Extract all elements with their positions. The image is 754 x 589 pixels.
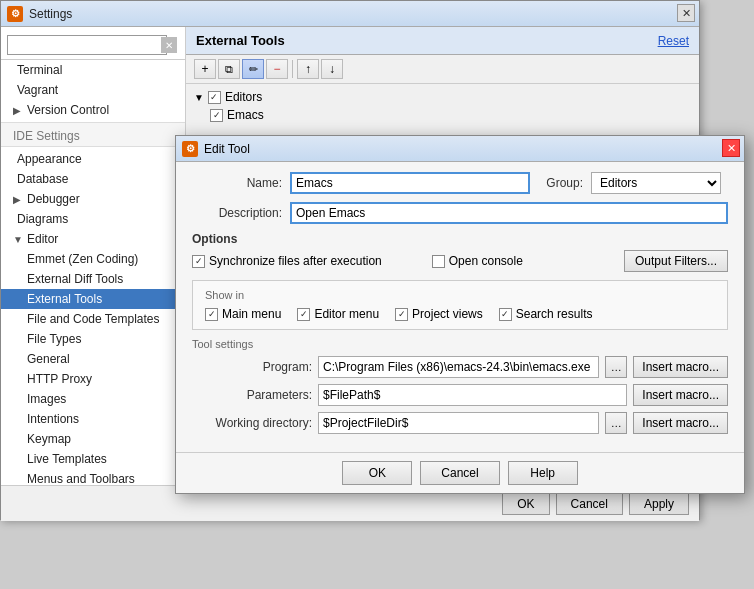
search-clear-button[interactable]: ✕ (161, 37, 177, 53)
sidebar-item-label: File Types (27, 332, 81, 346)
remove-button[interactable]: − (266, 59, 288, 79)
panel-header: External Tools Reset (186, 27, 699, 55)
sidebar-item-label: Intentions (27, 412, 79, 426)
dialog-body: Name: Group: Editors Description: Option… (176, 162, 744, 452)
sidebar-item-label: Debugger (27, 192, 80, 206)
sidebar-item-label: File and Code Templates (27, 312, 160, 326)
sidebar-item-appearance[interactable]: Appearance (1, 149, 185, 169)
editor-menu-label: Editor menu (314, 307, 379, 321)
program-row: Program: … Insert macro... (192, 356, 728, 378)
description-input[interactable] (290, 202, 728, 224)
sidebar-item-external-tools[interactable]: External Tools (1, 289, 185, 309)
main-menu-checkbox-label[interactable]: Main menu (205, 307, 281, 321)
settings-apply-button[interactable]: Apply (629, 493, 689, 515)
output-filters-button[interactable]: Output Filters... (624, 250, 728, 272)
dialog-help-button[interactable]: Help (508, 461, 578, 485)
sidebar-item-http-proxy[interactable]: HTTP Proxy (1, 369, 185, 389)
sidebar-item-label: Diagrams (17, 212, 68, 226)
add-button[interactable]: + (194, 59, 216, 79)
sidebar-item-database[interactable]: Database (1, 169, 185, 189)
edit-button[interactable]: ✏ (242, 59, 264, 79)
tool-settings-title: Tool settings (192, 338, 728, 350)
sync-files-checkbox-label[interactable]: Synchronize files after execution (192, 254, 382, 268)
emacs-checkbox[interactable] (210, 109, 223, 122)
group-select[interactable]: Editors (591, 172, 721, 194)
search-results-checkbox-label[interactable]: Search results (499, 307, 593, 321)
copy-button[interactable]: ⧉ (218, 59, 240, 79)
settings-ok-button[interactable]: OK (502, 493, 549, 515)
parameters-insert-macro-button[interactable]: Insert macro... (633, 384, 728, 406)
sync-files-checkbox[interactable] (192, 255, 205, 268)
working-dir-row: Working directory: … Insert macro... (192, 412, 728, 434)
dialog-cancel-button[interactable]: Cancel (420, 461, 499, 485)
editors-checkbox[interactable] (208, 91, 221, 104)
dialog-icon: ⚙ (182, 141, 198, 157)
sidebar-item-label: Emmet (Zen Coding) (27, 252, 138, 266)
tree-label-editors: Editors (225, 90, 262, 104)
group-label: Group: (538, 176, 583, 190)
settings-close-button[interactable]: ✕ (677, 4, 695, 22)
sidebar-item-keymap[interactable]: Keymap (1, 429, 185, 449)
sidebar-item-label: Database (17, 172, 68, 186)
sidebar-item-general[interactable]: General (1, 349, 185, 369)
search-bar: ✕ (1, 31, 185, 60)
sidebar-item-external-diff-tools[interactable]: External Diff Tools (1, 269, 185, 289)
move-down-button[interactable]: ↓ (321, 59, 343, 79)
main-menu-checkbox[interactable] (205, 308, 218, 321)
sidebar-item-debugger[interactable]: ▶ Debugger (1, 189, 185, 209)
sidebar-item-file-code-templates[interactable]: File and Code Templates (1, 309, 185, 329)
sidebar: ✕ Terminal Vagrant ▶ Version Control IDE… (1, 27, 186, 485)
sidebar-item-diagrams[interactable]: Diagrams (1, 209, 185, 229)
editor-menu-checkbox-label[interactable]: Editor menu (297, 307, 379, 321)
working-dir-insert-macro-button[interactable]: Insert macro... (633, 412, 728, 434)
tree-row-emacs[interactable]: Emacs (190, 106, 695, 124)
tree-label-emacs: Emacs (227, 108, 264, 122)
tree-row-editors[interactable]: ▼ Editors (190, 88, 695, 106)
sidebar-item-emmet[interactable]: Emmet (Zen Coding) (1, 249, 185, 269)
search-results-label: Search results (516, 307, 593, 321)
expand-icon: ▶ (13, 194, 23, 205)
parameters-input[interactable] (318, 384, 627, 406)
dialog-close-button[interactable]: ✕ (722, 139, 740, 157)
show-in-section: Show in Main menu Editor menu Project vi… (192, 280, 728, 330)
search-results-checkbox[interactable] (499, 308, 512, 321)
project-views-checkbox-label[interactable]: Project views (395, 307, 483, 321)
project-views-checkbox[interactable] (395, 308, 408, 321)
open-console-checkbox[interactable] (432, 255, 445, 268)
sidebar-item-vagrant[interactable]: Vagrant (1, 80, 185, 100)
sidebar-item-file-types[interactable]: File Types (1, 329, 185, 349)
open-console-checkbox-label[interactable]: Open console (432, 254, 523, 268)
sidebar-item-version-control[interactable]: ▶ Version Control (1, 100, 185, 120)
dialog-ok-button[interactable]: OK (342, 461, 412, 485)
reset-button[interactable]: Reset (658, 34, 689, 48)
move-up-button[interactable]: ↑ (297, 59, 319, 79)
name-input[interactable] (290, 172, 530, 194)
program-insert-macro-button[interactable]: Insert macro... (633, 356, 728, 378)
sidebar-item-images[interactable]: Images (1, 389, 185, 409)
sidebar-item-menus-toolbars[interactable]: Menus and Toolbars (1, 469, 185, 485)
settings-cancel-button[interactable]: Cancel (556, 493, 623, 515)
parameters-label: Parameters: (192, 388, 312, 402)
show-in-row: Main menu Editor menu Project views Sear… (205, 307, 715, 321)
sidebar-item-label: Images (27, 392, 66, 406)
section-label: IDE Settings (13, 129, 80, 143)
sidebar-item-label: Editor (27, 232, 58, 246)
tool-settings-section: Tool settings Program: … Insert macro...… (192, 338, 728, 434)
main-menu-label: Main menu (222, 307, 281, 321)
description-row: Description: (192, 202, 728, 224)
search-input[interactable] (7, 35, 167, 55)
sidebar-item-terminal[interactable]: Terminal (1, 60, 185, 80)
editor-menu-checkbox[interactable] (297, 308, 310, 321)
working-dir-input[interactable] (318, 412, 599, 434)
sidebar-item-editor[interactable]: ▼ Editor (1, 229, 185, 249)
settings-title: Settings (29, 7, 72, 21)
sidebar-item-intentions[interactable]: Intentions (1, 409, 185, 429)
program-browse-button[interactable]: … (605, 356, 627, 378)
program-input[interactable] (318, 356, 599, 378)
sidebar-item-label: Menus and Toolbars (27, 472, 135, 485)
edit-tool-dialog: ⚙ Edit Tool ✕ Name: Group: Editors Descr… (175, 135, 745, 494)
edit-icon: ✏ (249, 63, 258, 76)
down-arrow-icon: ↓ (329, 62, 335, 76)
working-dir-browse-button[interactable]: … (605, 412, 627, 434)
sidebar-item-live-templates[interactable]: Live Templates (1, 449, 185, 469)
